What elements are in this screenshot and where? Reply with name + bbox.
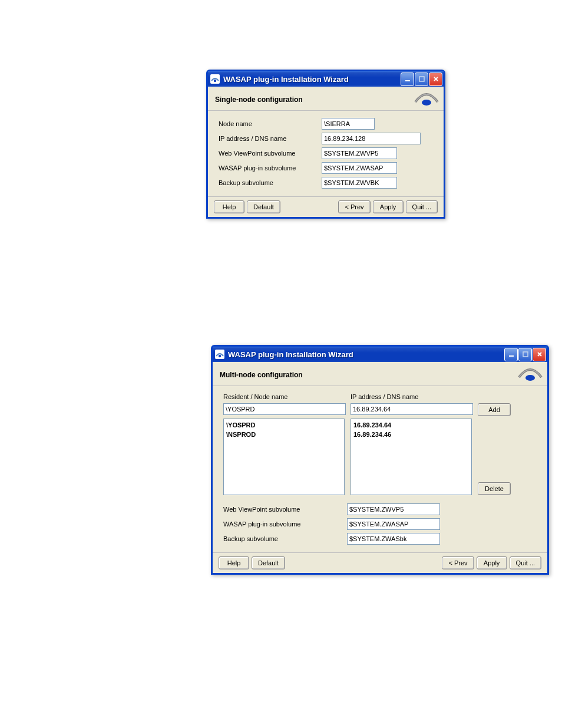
minimize-button[interactable] bbox=[401, 73, 414, 86]
header-title: Single-node configuration bbox=[215, 95, 303, 104]
svg-rect-8 bbox=[523, 352, 528, 357]
close-button[interactable] bbox=[429, 73, 442, 86]
form-content: Resident / Node name IP address / DNS na… bbox=[213, 386, 547, 553]
button-bar: Help Default < Prev Apply Quit ... bbox=[208, 197, 444, 217]
svg-point-9 bbox=[525, 375, 535, 381]
help-button[interactable]: Help bbox=[214, 200, 244, 213]
dialog-header: Multi-node configuration bbox=[213, 362, 547, 386]
single-node-dialog: WASAP plug-in Installation Wizard Single… bbox=[206, 70, 445, 219]
backup-label: Backup subvolume bbox=[223, 535, 347, 542]
wasap-label: WASAP plug-in subvolume bbox=[219, 164, 322, 172]
button-bar: Help Default < Prev Apply Quit ... bbox=[213, 553, 547, 573]
quit-button[interactable]: Quit ... bbox=[510, 556, 541, 569]
wvp-label: Web ViewPoint subvolume bbox=[219, 150, 322, 157]
wvp-input[interactable] bbox=[322, 147, 397, 159]
header-title: Multi-node configuration bbox=[220, 371, 303, 379]
list-item[interactable]: 16.89.234.46 bbox=[353, 430, 469, 439]
form-content: Node name IP address / DNS name Web View… bbox=[208, 111, 444, 197]
delete-button[interactable]: Delete bbox=[478, 482, 511, 495]
ip-listbox[interactable]: 16.89.234.6416.89.234.46 bbox=[351, 419, 472, 495]
ip-input[interactable] bbox=[351, 403, 473, 415]
app-icon bbox=[210, 74, 220, 84]
wvp-input[interactable] bbox=[347, 503, 440, 515]
ip-label: IP address / DNS name bbox=[219, 135, 322, 142]
header-logo-icon bbox=[515, 363, 545, 382]
wasap-input[interactable] bbox=[347, 518, 440, 530]
dialog-header: Single-node configuration bbox=[208, 87, 444, 111]
node-name-label: Node name bbox=[219, 120, 322, 127]
wasap-input[interactable] bbox=[322, 162, 397, 174]
resident-label: Resident / Node name bbox=[223, 393, 347, 400]
resident-input[interactable] bbox=[223, 403, 346, 415]
node-listbox[interactable]: \YOSPRD\NSPROD bbox=[223, 419, 345, 495]
quit-button[interactable]: Quit ... bbox=[406, 200, 438, 213]
maximize-button[interactable] bbox=[415, 73, 428, 86]
help-button[interactable]: Help bbox=[219, 556, 249, 569]
minimize-button[interactable] bbox=[504, 348, 518, 361]
header-logo-icon bbox=[412, 88, 441, 107]
svg-rect-3 bbox=[419, 77, 424, 81]
svg-point-4 bbox=[422, 100, 431, 106]
window-controls bbox=[504, 348, 546, 361]
list-item[interactable]: \YOSPRD bbox=[226, 420, 342, 430]
app-icon bbox=[215, 350, 224, 359]
prev-button[interactable]: < Prev bbox=[442, 556, 474, 569]
svg-point-6 bbox=[219, 355, 221, 357]
apply-button[interactable]: Apply bbox=[373, 200, 404, 213]
ip-label: IP address / DNS name bbox=[351, 393, 474, 400]
backup-label: Backup subvolume bbox=[219, 179, 322, 186]
window-title: WASAP plug-in Installation Wizard bbox=[228, 350, 504, 359]
svg-rect-7 bbox=[509, 355, 514, 357]
prev-button[interactable]: < Prev bbox=[338, 200, 370, 213]
list-item[interactable]: \NSPROD bbox=[226, 430, 342, 439]
add-button[interactable]: Add bbox=[478, 403, 511, 416]
list-item[interactable]: 16.89.234.64 bbox=[353, 420, 469, 430]
apply-button[interactable]: Apply bbox=[477, 556, 507, 569]
wasap-label: WASAP plug-in subvolume bbox=[223, 521, 347, 528]
svg-point-1 bbox=[214, 80, 216, 82]
window-title: WASAP plug-in Installation Wizard bbox=[223, 75, 401, 84]
maximize-button[interactable] bbox=[518, 348, 532, 361]
ip-input[interactable] bbox=[322, 133, 421, 144]
default-button[interactable]: Default bbox=[247, 200, 280, 213]
svg-rect-2 bbox=[405, 80, 410, 81]
close-button[interactable] bbox=[533, 348, 546, 361]
backup-input[interactable] bbox=[322, 177, 397, 189]
backup-input[interactable] bbox=[347, 533, 440, 545]
titlebar[interactable]: WASAP plug-in Installation Wizard bbox=[208, 71, 444, 87]
wvp-label: Web ViewPoint subvolume bbox=[223, 506, 347, 513]
window-controls bbox=[401, 73, 442, 86]
default-button[interactable]: Default bbox=[252, 556, 285, 569]
multi-node-dialog: WASAP plug-in Installation Wizard Multi-… bbox=[211, 345, 549, 575]
node-name-input[interactable] bbox=[322, 118, 375, 130]
titlebar[interactable]: WASAP plug-in Installation Wizard bbox=[213, 347, 547, 362]
